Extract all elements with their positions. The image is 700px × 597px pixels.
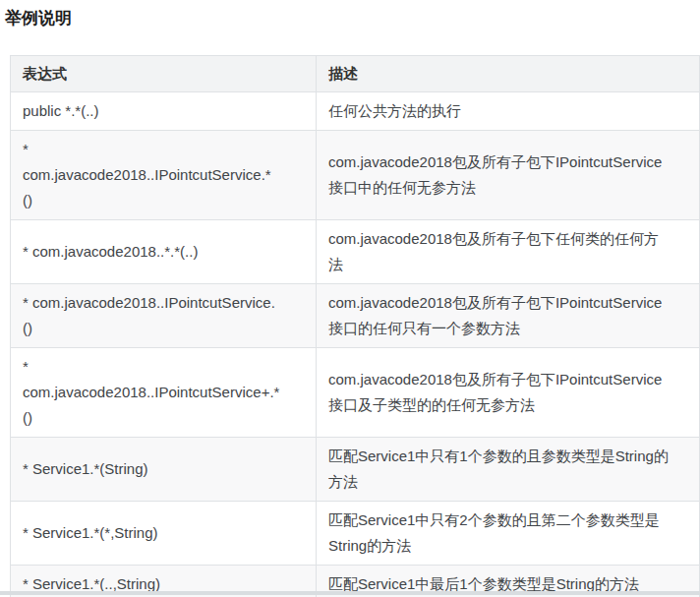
table-row: * com.javacode2018..IPointcutService.* (… — [11, 131, 700, 220]
table-row: * com.javacode2018..*.*(..) com.javacode… — [11, 220, 700, 284]
section-title: 举例说明 — [5, 8, 700, 30]
table-row: * com.javacode2018..IPointcutService. ()… — [11, 284, 700, 348]
pointcut-examples-table: 表达式 描述 public *.*(..) 任何公共方法的执行 * com.ja… — [10, 55, 700, 597]
description-cell: 匹配Service1中只有2个参数的且第二个参数类型是 String的方法 — [317, 502, 700, 566]
column-header-description: 描述 — [317, 56, 700, 92]
code-block-top-edge — [0, 591, 700, 595]
description-cell: com.javacode2018包及所有子包下任何类的任何方 法 — [317, 220, 700, 284]
description-cell: 匹配Service1中只有1个参数的且参数类型是String的 方法 — [317, 438, 700, 502]
expression-cell: * Service1.*(String) — [11, 438, 317, 502]
table-header-row: 表达式 描述 — [11, 56, 700, 92]
description-cell: com.javacode2018包及所有子包下IPointcutService … — [317, 131, 700, 220]
expression-cell: * com.javacode2018..IPointcutService.* (… — [11, 131, 317, 220]
table-row: * Service1.*(*,String) 匹配Service1中只有2个参数… — [11, 502, 700, 566]
description-cell: 任何公共方法的执行 — [317, 92, 700, 131]
expression-cell: public *.*(..) — [11, 92, 317, 131]
expression-cell: * com.javacode2018..IPointcutService. () — [11, 284, 317, 348]
table-row: * com.javacode2018..IPointcutService+.* … — [11, 348, 700, 438]
description-cell: com.javacode2018包及所有子包下IPointcutService … — [317, 284, 700, 348]
table-body: public *.*(..) 任何公共方法的执行 * com.javacode2… — [11, 92, 700, 597]
expression-cell: * com.javacode2018..*.*(..) — [11, 220, 317, 284]
table-row: public *.*(..) 任何公共方法的执行 — [11, 92, 700, 131]
column-header-expression: 表达式 — [11, 56, 317, 92]
expression-cell: * Service1.*(*,String) — [11, 502, 317, 566]
description-cell: com.javacode2018包及所有子包下IPointcutService … — [317, 348, 700, 438]
article-section: 举例说明 表达式 描述 public *.*(..) 任何公共方法的执行 * c… — [0, 0, 700, 597]
table-row: * Service1.*(String) 匹配Service1中只有1个参数的且… — [11, 438, 700, 502]
expression-cell: * com.javacode2018..IPointcutService+.* … — [11, 348, 317, 438]
